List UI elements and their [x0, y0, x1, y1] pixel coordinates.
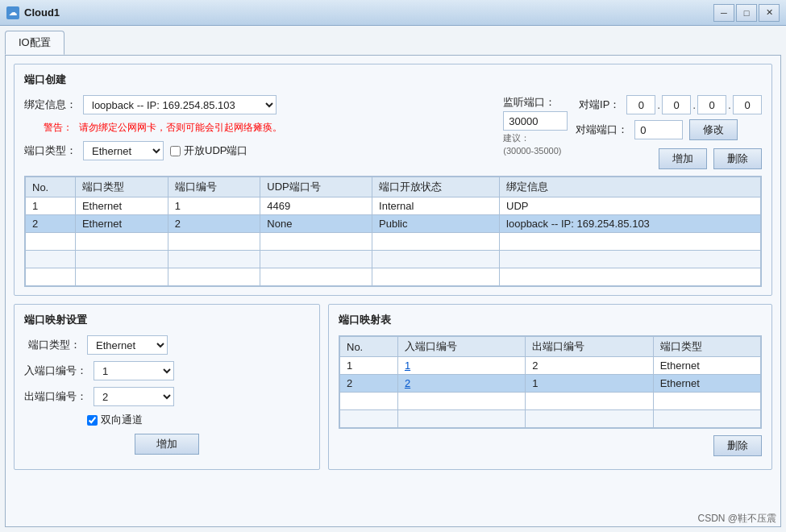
ip-octet-1[interactable]	[626, 95, 655, 114]
warning-label: 警告：	[24, 121, 73, 135]
delete-port-button[interactable]: 删除	[713, 148, 762, 169]
ip-octet-2[interactable]	[662, 95, 691, 114]
table-row	[26, 268, 761, 286]
port-create-title: 端口创建	[24, 73, 762, 87]
remote-col: 对端IP： . . . 对端端口：	[576, 95, 762, 169]
port-create-left: 绑定信息： loopback -- IP: 169.254.85.103 警告：…	[24, 95, 495, 169]
mapping-table-wrapper: No. 入端口编号 出端口编号 端口类型 1 1 2 Ethernet 2 2 …	[339, 335, 762, 429]
cell-no: 1	[26, 197, 76, 215]
mapping-table-header: No. 入端口编号 出端口编号 端口类型	[340, 337, 761, 357]
tab-bar: IO配置	[5, 31, 781, 55]
table-row	[26, 233, 761, 251]
suggest-text: (30000-35000)	[503, 146, 568, 156]
cell-num: 1	[168, 197, 260, 215]
window-controls: ─ □ ✕	[713, 4, 780, 22]
col-num: 端口编号	[168, 177, 260, 197]
ip-octet-3[interactable]	[697, 95, 726, 114]
in-port-select[interactable]: 1 2	[94, 361, 174, 380]
add-port-button[interactable]: 增加	[659, 148, 707, 169]
bidirect-label[interactable]: 双向通道	[87, 413, 143, 427]
port-type-row: 端口类型： Ethernet 开放UDP端口	[24, 141, 495, 160]
table-row[interactable]: 1 Ethernet 1 4469 Internal UDP	[26, 197, 761, 215]
remote-port-label: 对端端口：	[576, 123, 628, 137]
cell-status: Public	[372, 215, 500, 233]
port-data-table: No. 端口类型 端口编号 UDP端口号 端口开放状态 绑定信息 1 Ether…	[25, 177, 761, 286]
col-status: 端口开放状态	[372, 177, 500, 197]
title-bar: ☁ Cloud1 ─ □ ✕	[0, 0, 786, 26]
bidirect-text: 双向通道	[101, 413, 143, 427]
minimize-button[interactable]: ─	[713, 4, 734, 22]
mcell-out: 1	[526, 375, 653, 393]
monitor-col: 监听端口： 建议： (30000-35000)	[503, 95, 568, 169]
mcell-no: 1	[340, 357, 398, 375]
mapping-add-row: 增加	[24, 434, 310, 455]
cell-binding: UDP	[500, 197, 761, 215]
cell-type: Ethernet	[75, 197, 168, 215]
bidirect-row: 双向通道	[24, 413, 310, 427]
warning-text: 请勿绑定公网网卡，否则可能会引起网络瘫痪。	[79, 121, 282, 135]
mapping-delete-row: 删除	[339, 435, 762, 456]
binding-select[interactable]: loopback -- IP: 169.254.85.103	[83, 95, 277, 114]
out-port-select[interactable]: 1 2	[94, 387, 174, 406]
in-port-row: 入端口编号： 1 2	[24, 361, 310, 380]
open-udp-text: 开放UDP端口	[184, 143, 247, 158]
mcol-out: 出端口编号	[526, 337, 653, 357]
add-mapping-button[interactable]: 增加	[135, 434, 199, 455]
col-udp: UDP端口号	[260, 177, 372, 197]
tab-io-config[interactable]: IO配置	[5, 31, 64, 55]
ip-dot-3: .	[728, 98, 731, 111]
close-button[interactable]: ✕	[759, 4, 780, 22]
port-create-inner: 绑定信息： loopback -- IP: 169.254.85.103 警告：…	[24, 95, 762, 169]
maximize-button[interactable]: □	[736, 4, 757, 22]
remote-port-row: 对端端口： 修改	[576, 119, 762, 140]
ip-octet-4[interactable]	[733, 95, 762, 114]
ip-dot-1: .	[657, 98, 660, 111]
mcell-in: 1	[397, 357, 525, 375]
port-mapping-table-section: 端口映射表 No. 入端口编号 出端口编号 端口类型 1	[328, 304, 772, 470]
open-udp-label[interactable]: 开放UDP端口	[170, 143, 247, 158]
table-row[interactable]: 1 1 2 Ethernet	[340, 357, 761, 375]
port-mapping-title: 端口映射设置	[24, 313, 310, 327]
ip-dot-2: .	[692, 98, 696, 111]
cell-status: Internal	[372, 197, 500, 215]
modify-button[interactable]: 修改	[689, 119, 738, 140]
mcol-in: 入端口编号	[397, 337, 525, 357]
bottom-columns: 端口映射设置 端口类型： Ethernet 入端口编号： 1 2 出端口编号：	[14, 304, 772, 470]
bidirect-checkbox[interactable]	[87, 415, 98, 426]
cell-num: 2	[168, 215, 260, 233]
add-delete-row: 增加 删除	[576, 148, 762, 169]
mapping-type-select[interactable]: Ethernet	[87, 335, 168, 355]
remote-ip-row: 对端IP： . . .	[576, 95, 762, 114]
binding-label: 绑定信息：	[24, 98, 77, 112]
table-row[interactable]: 2 Ethernet 2 None Public loopback -- IP:…	[26, 215, 761, 233]
mcell-type: Ethernet	[653, 357, 760, 375]
cell-udp: None	[260, 215, 372, 233]
monitor-port-label: 监听端口：	[503, 95, 568, 110]
mcol-no: No.	[340, 337, 398, 357]
table-row[interactable]: 2 2 1 Ethernet	[340, 375, 761, 393]
out-port-row: 出端口编号： 1 2	[24, 387, 310, 406]
port-mapping-table-title: 端口映射表	[339, 313, 762, 327]
suggest-label: 建议：	[503, 132, 568, 144]
out-port-label: 出端口编号：	[24, 389, 87, 404]
mapping-data-table: No. 入端口编号 出端口编号 端口类型 1 1 2 Ethernet 2 2 …	[339, 336, 761, 428]
col-type: 端口类型	[75, 177, 168, 197]
monitor-port-input[interactable]	[503, 111, 568, 131]
delete-mapping-button[interactable]: 删除	[713, 435, 762, 456]
port-type-select[interactable]: Ethernet	[83, 141, 164, 160]
binding-row: 绑定信息： loopback -- IP: 169.254.85.103	[24, 95, 495, 114]
main-content: IO配置 端口创建 绑定信息： loopback -- IP: 169.254.…	[0, 26, 786, 532]
cell-binding: loopback -- IP: 169.254.85.103	[500, 215, 761, 233]
in-port-label: 入端口编号：	[24, 364, 87, 378]
mcell-no: 2	[340, 375, 398, 393]
port-table: No. 端口类型 端口编号 UDP端口号 端口开放状态 绑定信息 1 Ether…	[24, 176, 762, 287]
open-udp-checkbox[interactable]	[170, 146, 181, 156]
port-create-section: 端口创建 绑定信息： loopback -- IP: 169.254.85.10…	[14, 64, 772, 296]
watermark: CSDN @鞋不压震	[697, 512, 776, 526]
cell-no: 2	[26, 215, 76, 233]
remote-port-input[interactable]	[634, 120, 683, 139]
mapping-type-row: 端口类型： Ethernet	[24, 335, 310, 355]
tab-content: 端口创建 绑定信息： loopback -- IP: 169.254.85.10…	[5, 55, 781, 527]
mcell-out: 2	[526, 357, 653, 375]
mcell-type: Ethernet	[653, 375, 760, 393]
